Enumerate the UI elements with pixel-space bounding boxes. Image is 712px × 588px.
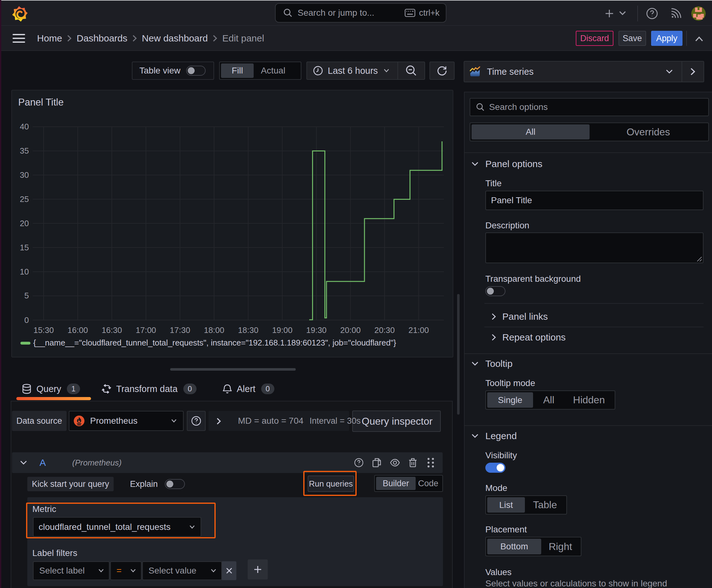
svg-text:20: 20	[20, 218, 29, 228]
svg-text:10: 10	[20, 267, 29, 276]
svg-text:40: 40	[20, 122, 29, 131]
svg-text:16:00: 16:00	[67, 326, 88, 335]
svg-text:0: 0	[24, 315, 29, 325]
svg-text:19:30: 19:30	[306, 326, 326, 335]
svg-text:20:30: 20:30	[374, 326, 395, 335]
svg-text:16:30: 16:30	[102, 326, 122, 335]
svg-text:21:00: 21:00	[408, 326, 429, 335]
svg-text:18:30: 18:30	[238, 326, 258, 335]
svg-text:35: 35	[20, 146, 29, 155]
svg-text:18:00: 18:00	[204, 326, 224, 335]
svg-text:17:30: 17:30	[170, 326, 190, 335]
svg-text:5: 5	[24, 291, 29, 300]
svg-text:17:00: 17:00	[136, 326, 156, 335]
svg-text:15:30: 15:30	[33, 326, 54, 335]
svg-text:20:00: 20:00	[340, 326, 361, 335]
svg-text:15: 15	[20, 243, 29, 252]
svg-text:30: 30	[20, 170, 29, 180]
svg-text:19:00: 19:00	[272, 326, 293, 335]
svg-text:{__name__="cloudflared_tunnel_: {__name__="cloudflared_tunnel_total_requ…	[33, 338, 396, 347]
svg-text:25: 25	[20, 194, 29, 204]
